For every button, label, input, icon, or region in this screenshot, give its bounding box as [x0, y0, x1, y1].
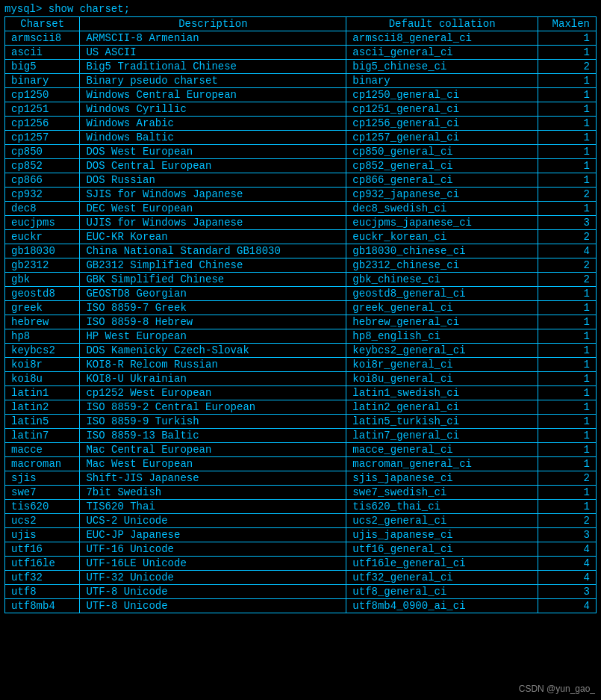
table-row: euckrEUC-KR Koreaneuckr_korean_ci2	[5, 230, 597, 244]
cell-description: Shift-JIS Japanese	[80, 471, 346, 486]
cell-description: UTF-32 Unicode	[80, 571, 346, 585]
cell-description: Mac West European	[80, 457, 346, 471]
cell-charset: koi8u	[5, 372, 80, 386]
cell-maxlen: 2	[538, 514, 596, 528]
cell-description: ISO 8859-8 Hebrew	[80, 315, 346, 329]
cell-collation: koi8u_general_ci	[346, 372, 538, 386]
cell-collation: cp1250_general_ci	[346, 88, 538, 102]
cell-maxlen: 1	[538, 429, 596, 443]
table-container: Charset Description Default collation Ma…	[0, 16, 601, 613]
cell-charset: utf32	[5, 571, 80, 585]
cell-charset: cp1251	[5, 102, 80, 117]
table-row: utf16UTF-16 Unicodeutf16_general_ci4	[5, 542, 597, 557]
cell-collation: eucjpms_japanese_ci	[346, 216, 538, 230]
table-row: utf16leUTF-16LE Unicodeutf16le_general_c…	[5, 557, 597, 571]
cell-maxlen: 1	[538, 358, 596, 372]
table-row: eucjpmsUJIS for Windows Japaneseeucjpms_…	[5, 216, 597, 230]
table-row: cp866DOS Russiancp866_general_ci1	[5, 173, 597, 188]
table-row: greekISO 8859-7 Greekgreek_general_ci1	[5, 301, 597, 315]
table-row: tis620TIS620 Thaitis620_thai_ci1	[5, 500, 597, 514]
cell-charset: swe7	[5, 486, 80, 500]
table-row: latin1cp1252 West Europeanlatin1_swedish…	[5, 386, 597, 400]
table-row: gbkGBK Simplified Chinesegbk_chinese_ci2	[5, 273, 597, 287]
prompt-line: mysql> show charset;	[0, 0, 601, 16]
cell-collation: cp1251_general_ci	[346, 102, 538, 117]
cell-description: Binary pseudo charset	[80, 74, 346, 88]
cell-collation: macroman_general_ci	[346, 457, 538, 471]
cell-maxlen: 2	[538, 471, 596, 486]
cell-charset: cp1256	[5, 117, 80, 131]
cell-charset: cp866	[5, 173, 80, 188]
cell-maxlen: 1	[538, 117, 596, 131]
cell-maxlen: 1	[538, 344, 596, 358]
table-row: cp1257Windows Balticcp1257_general_ci1	[5, 131, 597, 145]
cell-maxlen: 4	[538, 244, 596, 258]
cell-collation: euckr_korean_ci	[346, 230, 538, 244]
table-row: cp1251Windows Cyrilliccp1251_general_ci1	[5, 102, 597, 117]
cell-description: ISO 8859-13 Baltic	[80, 429, 346, 443]
cell-charset: eucjpms	[5, 216, 80, 230]
cell-description: UCS-2 Unicode	[80, 514, 346, 528]
cell-maxlen: 2	[538, 60, 596, 74]
cell-charset: cp852	[5, 159, 80, 173]
cell-collation: ujis_japanese_ci	[346, 528, 538, 542]
cell-maxlen: 3	[538, 528, 596, 542]
cell-description: KOI8-R Relcom Russian	[80, 358, 346, 372]
cell-maxlen: 4	[538, 571, 596, 585]
cell-charset: ucs2	[5, 514, 80, 528]
table-row: utf8mb4UTF-8 Unicodeutf8mb4_0900_ai_ci4	[5, 599, 597, 613]
cell-collation: latin7_general_ci	[346, 429, 538, 443]
cell-collation: latin5_turkish_ci	[346, 415, 538, 429]
cell-collation: tis620_thai_ci	[346, 500, 538, 514]
cell-description: TIS620 Thai	[80, 500, 346, 514]
cell-maxlen: 1	[538, 88, 596, 102]
cell-collation: hp8_english_ci	[346, 329, 538, 344]
cell-collation: cp932_japanese_ci	[346, 188, 538, 202]
table-header-row: Charset Description Default collation Ma…	[5, 17, 597, 31]
cell-charset: cp1250	[5, 88, 80, 102]
cell-maxlen: 1	[538, 372, 596, 386]
cell-collation: utf16le_general_ci	[346, 557, 538, 571]
cell-maxlen: 4	[538, 557, 596, 571]
cell-collation: gb2312_chinese_ci	[346, 258, 538, 273]
cell-description: China National Standard GB18030	[80, 244, 346, 258]
cell-maxlen: 1	[538, 102, 596, 117]
cell-maxlen: 1	[538, 400, 596, 415]
cell-description: ARMSCII-8 Armenian	[80, 31, 346, 46]
cell-maxlen: 1	[538, 386, 596, 400]
cell-description: EUC-JP Japanese	[80, 528, 346, 542]
cell-maxlen: 1	[538, 415, 596, 429]
cell-charset: hebrew	[5, 315, 80, 329]
table-row: latin2ISO 8859-2 Central Europeanlatin2_…	[5, 400, 597, 415]
table-row: armscii8ARMSCII-8 Armenianarmscii8_gener…	[5, 31, 597, 46]
table-row: cp932SJIS for Windows Japanesecp932_japa…	[5, 188, 597, 202]
cell-collation: ucs2_general_ci	[346, 514, 538, 528]
col-header-maxlen: Maxlen	[538, 17, 596, 31]
cell-description: EUC-KR Korean	[80, 230, 346, 244]
table-row: gb2312GB2312 Simplified Chinesegb2312_ch…	[5, 258, 597, 273]
table-row: cp1250Windows Central Europeancp1250_gen…	[5, 88, 597, 102]
cell-collation: binary	[346, 74, 538, 88]
cell-charset: latin1	[5, 386, 80, 400]
cell-collation: latin1_swedish_ci	[346, 386, 538, 400]
cell-maxlen: 1	[538, 202, 596, 216]
cell-maxlen: 4	[538, 599, 596, 613]
cell-description: DOS Russian	[80, 173, 346, 188]
cell-collation: cp1257_general_ci	[346, 131, 538, 145]
cell-maxlen: 1	[538, 486, 596, 500]
table-body: armscii8ARMSCII-8 Armenianarmscii8_gener…	[5, 31, 597, 613]
cell-maxlen: 1	[538, 301, 596, 315]
cell-description: UTF-16 Unicode	[80, 542, 346, 557]
cell-description: DOS Kamenicky Czech-Slovak	[80, 344, 346, 358]
cell-charset: gbk	[5, 273, 80, 287]
table-row: cp852DOS Central Europeancp852_general_c…	[5, 159, 597, 173]
table-row: macromanMac West Europeanmacroman_genera…	[5, 457, 597, 471]
cell-collation: cp1256_general_ci	[346, 117, 538, 131]
cell-collation: utf8mb4_0900_ai_ci	[346, 599, 538, 613]
cell-collation: greek_general_ci	[346, 301, 538, 315]
cell-maxlen: 1	[538, 173, 596, 188]
cell-description: Windows Arabic	[80, 117, 346, 131]
cell-collation: ascii_general_ci	[346, 46, 538, 60]
col-header-collation: Default collation	[346, 17, 538, 31]
table-row: hp8HP West Europeanhp8_english_ci1	[5, 329, 597, 344]
